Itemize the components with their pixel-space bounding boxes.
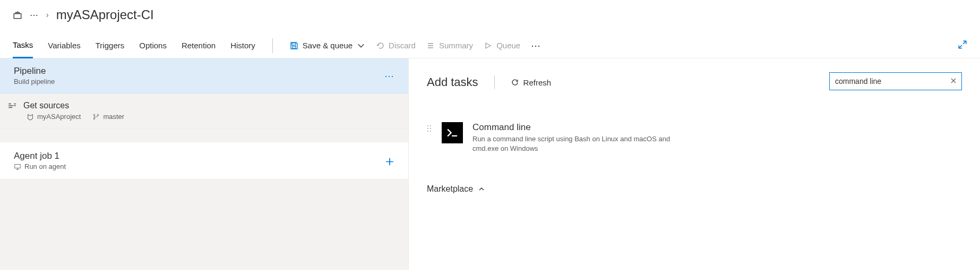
pipeline-row[interactable]: Pipeline Build pipeline ⋯ <box>0 58 408 93</box>
discard-button[interactable]: Discard <box>371 41 421 50</box>
play-icon <box>484 41 492 50</box>
agent-job-row[interactable]: Agent job 1 Run on agent ＋ <box>0 142 408 179</box>
sources-icon <box>7 101 17 110</box>
repo-name-text: myASAproject <box>37 113 81 121</box>
svg-point-12 <box>430 131 431 132</box>
vertical-separator <box>494 75 495 89</box>
get-sources-row[interactable]: Get sources myASAproject master <box>0 93 408 129</box>
tab-variables[interactable]: Variables <box>48 33 80 58</box>
svg-point-4 <box>94 118 96 119</box>
undo-icon <box>376 41 384 50</box>
marketplace-label: Marketplace <box>427 184 473 194</box>
tab-toolbar: Tasks Variables Triggers Options Retenti… <box>0 33 980 58</box>
fullscreen-icon[interactable] <box>958 40 967 51</box>
get-sources-title: Get sources <box>23 101 69 110</box>
tab-options[interactable]: Options <box>139 33 167 58</box>
content-area: Pipeline Build pipeline ⋯ Get sources my… <box>0 58 980 270</box>
save-icon <box>290 41 298 50</box>
svg-point-9 <box>427 128 428 129</box>
chevron-down-icon <box>357 41 365 50</box>
right-pane: Add tasks Refresh Command line Run a com… <box>409 58 980 270</box>
project-icon <box>13 10 22 20</box>
save-and-queue-button[interactable]: Save & queue <box>285 41 371 50</box>
pipeline-more-button[interactable]: ⋯ <box>384 70 394 82</box>
branch-name: master <box>92 113 124 121</box>
left-pane: Pipeline Build pipeline ⋯ Get sources my… <box>0 58 409 270</box>
task-description: Run a command line script using Bash on … <box>472 134 692 153</box>
refresh-button[interactable]: Refresh <box>511 78 552 87</box>
svg-rect-1 <box>292 43 296 45</box>
refresh-icon <box>511 78 519 87</box>
more-actions-button[interactable]: ⋯ <box>526 40 546 52</box>
add-task-button[interactable]: ＋ <box>383 154 397 168</box>
agent-job-subtitle: Run on agent <box>14 162 66 170</box>
tab-triggers[interactable]: Triggers <box>96 33 124 58</box>
svg-rect-6 <box>15 164 21 168</box>
svg-point-8 <box>430 125 431 126</box>
svg-point-5 <box>98 114 99 116</box>
queue-button[interactable]: Queue <box>478 41 526 50</box>
clear-search-icon[interactable] <box>950 77 957 86</box>
agent-job-title: Agent job 1 <box>14 151 66 161</box>
tab-history[interactable]: History <box>230 33 255 58</box>
svg-rect-2 <box>293 46 296 48</box>
task-title: Command line <box>472 122 692 133</box>
drag-handle-icon[interactable] <box>427 124 432 134</box>
marketplace-section-toggle[interactable]: Marketplace <box>427 184 962 194</box>
svg-point-11 <box>427 131 428 132</box>
svg-point-3 <box>94 114 96 116</box>
discard-label: Discard <box>389 41 416 50</box>
branch-name-text: master <box>103 113 124 121</box>
summary-label: Summary <box>439 41 473 50</box>
task-search-box[interactable] <box>829 72 962 90</box>
svg-point-10 <box>430 128 431 129</box>
pipeline-subtitle: Build pipeline <box>14 78 55 85</box>
repo-name: myASAproject <box>27 113 81 121</box>
agent-job-sub-text: Run on agent <box>24 162 66 170</box>
agent-icon <box>14 163 21 170</box>
svg-rect-0 <box>14 14 21 19</box>
tab-tasks[interactable]: Tasks <box>13 33 33 58</box>
toolbar-separator <box>272 38 273 53</box>
tab-strip: Tasks Variables Triggers Options Retenti… <box>13 33 255 58</box>
repo-icon <box>27 113 34 121</box>
chevron-up-icon <box>478 186 485 192</box>
tab-retention[interactable]: Retention <box>182 33 216 58</box>
page-title: myASAproject-CI <box>56 7 154 22</box>
task-result-command-line[interactable]: Command line Run a command line script u… <box>427 122 692 153</box>
save-and-queue-label: Save & queue <box>303 41 353 50</box>
add-tasks-title: Add tasks <box>427 75 478 89</box>
terminal-icon <box>442 122 463 143</box>
breadcrumb: ⋯ › myASAproject-CI <box>0 0 980 33</box>
pipeline-title: Pipeline <box>14 66 55 76</box>
breadcrumb-ellipsis[interactable]: ⋯ <box>30 10 39 20</box>
refresh-label: Refresh <box>523 78 552 87</box>
summary-button[interactable]: Summary <box>421 41 478 50</box>
task-search-input[interactable] <box>835 77 950 85</box>
chevron-right-icon: › <box>46 11 49 19</box>
svg-point-7 <box>427 125 428 126</box>
queue-label: Queue <box>496 41 520 50</box>
list-icon <box>426 41 435 50</box>
branch-icon <box>92 113 100 121</box>
